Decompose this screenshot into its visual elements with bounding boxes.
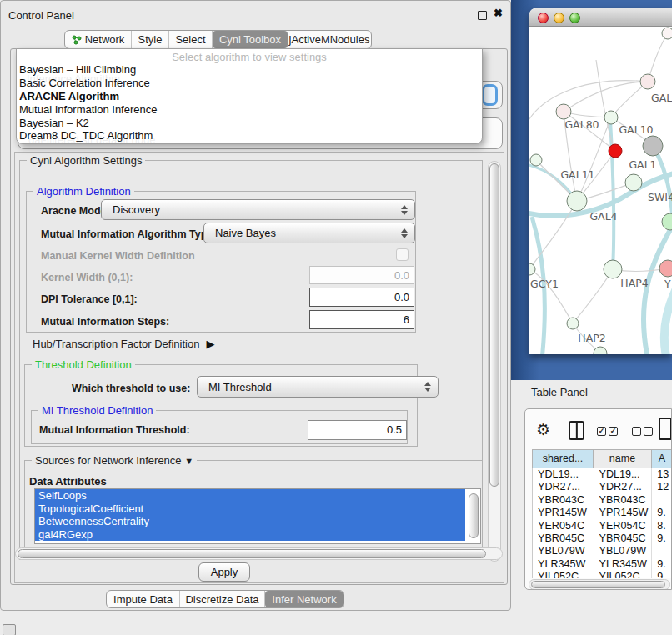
network-node-gal80[interactable]	[556, 104, 571, 119]
attribute-list-item[interactable]: gal4RGexp	[35, 528, 465, 542]
table-cell: YBR043C	[594, 494, 653, 507]
popup-item[interactable]: Dream8 DC_TDC Algorithm	[19, 129, 157, 142]
tab-style[interactable]: Style	[132, 31, 169, 48]
network-node-gal1[interactable]	[625, 174, 642, 191]
network-node[interactable]	[594, 347, 607, 354]
tab-network[interactable]: Network	[65, 31, 132, 48]
unchecked-checkbox-icon[interactable]	[632, 427, 641, 436]
node-label-gal10: GAL10	[619, 123, 653, 136]
tab-network-label: Network	[85, 33, 125, 46]
list-scrollbar[interactable]	[469, 492, 479, 538]
table-cell: YER054C	[594, 520, 653, 532]
network-node-hap4[interactable]	[604, 260, 622, 278]
network-view-window[interactable]: GALGAL80GAL10GAL1GAL11GAL4SWI4GCY1HAP4YH…	[529, 8, 672, 354]
table-row[interactable]: YDL19...YDL19...13	[533, 468, 672, 481]
list-scrollbar-thumb[interactable]	[469, 493, 479, 538]
network-node-hap2[interactable]	[567, 318, 579, 329]
algorithm-dropdown-popup: Inference Algorithm gal-filtered.sif def…	[16, 48, 483, 144]
manual-kernel-checkbox[interactable]	[396, 248, 409, 261]
settings-scrollbar-thumb[interactable]	[489, 163, 499, 487]
attribute-list-item[interactable]: BetweennessCentrality	[35, 515, 465, 528]
unchecked-checkbox-icon[interactable]	[644, 427, 653, 436]
table-hscrollbar-thumb[interactable]	[531, 581, 665, 588]
network-node-gal11[interactable]	[530, 154, 542, 166]
settings-hscrollbar-thumb[interactable]	[18, 549, 486, 558]
settings-vertical-scrollbar[interactable]	[488, 161, 501, 562]
attribute-list-item[interactable]: SelfLoops	[35, 489, 465, 502]
network-icon	[72, 35, 82, 45]
spinner-arrows-icon	[424, 382, 430, 392]
close-icon[interactable]: ✖	[494, 7, 503, 19]
hub-definition-expander[interactable]: Hub/Transcription Factor Definition▶	[33, 338, 214, 350]
kernel-width-field[interactable]: 0.0	[309, 266, 414, 284]
gear-icon[interactable]: ⚙	[536, 420, 550, 438]
network-node[interactable]	[643, 136, 663, 156]
network-node-gal4[interactable]	[567, 191, 587, 211]
popup-item[interactable]: Bayesian – K2	[19, 117, 157, 130]
table-row[interactable]: YDR27...YDR27...12	[533, 481, 672, 493]
network-node[interactable]	[609, 144, 622, 158]
split-columns-icon[interactable]	[569, 421, 584, 440]
close-traffic-light[interactable]	[538, 12, 549, 23]
network-node[interactable]	[662, 28, 672, 39]
tab-infer-network[interactable]: Infer Network	[265, 591, 344, 608]
combobox-arrow-button[interactable]	[482, 84, 498, 106]
mi-type-combobox[interactable]: Naive Bayes	[203, 222, 415, 243]
aracne-mode-combobox[interactable]: Discovery	[101, 199, 415, 220]
popup-item[interactable]: Mutual Information Inference	[19, 103, 157, 117]
tab-jactivemnodules[interactable]: jActiveMNodules	[288, 31, 371, 48]
table-cell: 9.	[652, 571, 672, 578]
network-node-gal[interactable]	[640, 74, 655, 89]
node-label-y: Y	[664, 278, 671, 290]
table-row[interactable]: YLR345WYLR345W9.	[533, 558, 672, 571]
zoom-traffic-light[interactable]	[569, 12, 580, 23]
tab-discretize-data[interactable]: Discretize Data	[180, 591, 265, 608]
page-icon[interactable]	[659, 418, 672, 440]
table-row[interactable]: YBR045CYBR045C9.	[533, 532, 672, 545]
node-label-gal11: GAL11	[560, 168, 594, 181]
tab-infer-network-label: Infer Network	[272, 593, 336, 606]
float-window-icon[interactable]	[478, 11, 487, 20]
network-graph[interactable]: GALGAL80GAL10GAL1GAL11GAL4SWI4GCY1HAP4YH…	[529, 27, 672, 354]
popup-item[interactable]: Basic Correlation Inference	[19, 77, 157, 90]
table-cell: YDR27...	[594, 481, 653, 493]
spinner-arrows-icon	[401, 228, 407, 238]
settings-horizontal-scrollbar[interactable]	[15, 548, 503, 560]
popup-item[interactable]: Bayesian – Hill Climbing	[19, 63, 157, 77]
dpi-tolerance-field[interactable]: 0.0	[309, 288, 414, 307]
tab-cyni-toolbox-label: Cyni Toolbox	[219, 33, 281, 46]
which-threshold-combobox[interactable]: MI Threshold	[197, 376, 439, 398]
down-triangle-icon[interactable]: ▼	[184, 456, 193, 466]
network-node-gal10[interactable]	[604, 111, 618, 124]
manual-kernel-label: Manual Kernel Width Definition	[41, 250, 195, 262]
control-panel-tabbar: Network Style Select Cyni Toolbox jActiv…	[64, 30, 372, 49]
popup-item[interactable]: ARACNE Algorithm	[19, 90, 157, 103]
attribute-list-item[interactable]: TopologicalCoefficient	[35, 502, 465, 516]
network-node-gcy1[interactable]	[529, 263, 535, 275]
tab-select[interactable]: Select	[169, 31, 213, 48]
table-row[interactable]: YBR043CYBR043C	[533, 494, 672, 507]
checked-checkbox-icon[interactable]: ✓	[609, 427, 618, 436]
node-label-hap2: HAP2	[578, 332, 605, 344]
mi-steps-field[interactable]: 6	[309, 310, 414, 329]
mi-steps-label: Mutual Information Steps:	[41, 316, 169, 328]
network-window-titlebar[interactable]	[529, 8, 672, 27]
network-node-y[interactable]	[659, 260, 672, 277]
checked-checkbox-icon[interactable]: ✓	[597, 427, 606, 436]
data-attributes-list[interactable]: SelfLoopsTopologicalCoefficientBetweenne…	[34, 488, 481, 544]
minimize-traffic-light[interactable]	[554, 12, 564, 23]
network-node[interactable]	[662, 213, 672, 230]
tab-impute-data[interactable]: Impute Data	[107, 591, 180, 608]
table-row[interactable]: YBL079WYBL079W	[533, 545, 672, 558]
table-column-header[interactable]: name	[594, 449, 652, 468]
apply-button[interactable]: Apply	[198, 562, 250, 582]
tab-cyni-toolbox[interactable]: Cyni Toolbox	[213, 31, 288, 48]
table-column-header[interactable]: shared...	[532, 449, 594, 468]
mi-threshold-field[interactable]: 0.5	[308, 420, 407, 440]
collapsed-panel-icon[interactable]	[3, 624, 16, 635]
table-horizontal-scrollbar[interactable]	[529, 579, 670, 590]
table-row[interactable]: YPR145WYPR145W9.	[533, 507, 672, 519]
table-column-header[interactable]: A	[652, 449, 672, 468]
table-row[interactable]: YER054CYER054C8.	[533, 520, 672, 532]
table-row[interactable]: YIL052CYIL052C9.	[533, 571, 672, 578]
